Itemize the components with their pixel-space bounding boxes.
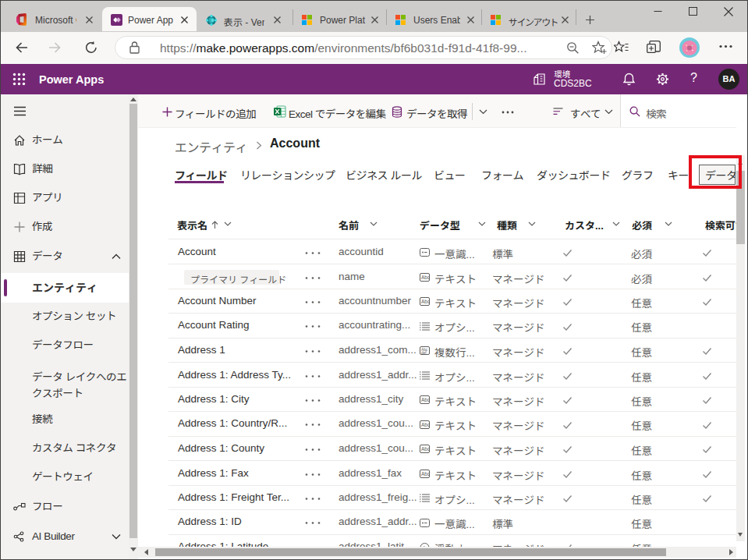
svg-text:Abc: Abc	[421, 446, 430, 452]
svg-text:Abc: Abc	[421, 422, 430, 427]
svg-text:def: def	[421, 351, 427, 355]
svg-text:Abc: Abc	[421, 397, 430, 402]
svg-text:Abc: Abc	[421, 275, 430, 280]
svg-text:Abc: Abc	[421, 299, 430, 304]
svg-text:Abc: Abc	[421, 471, 430, 477]
